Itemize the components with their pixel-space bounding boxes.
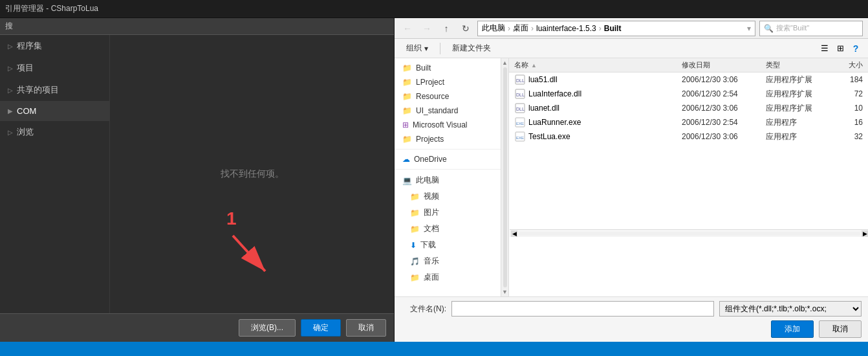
svg-text:DLL: DLL <box>516 78 525 83</box>
back-button[interactable]: ← <box>400 21 415 36</box>
tree-label-ms-visual: Microsoft Visual <box>413 120 467 129</box>
refresh-button[interactable]: ↻ <box>458 21 473 36</box>
toolbar-separator <box>440 43 440 54</box>
file-row-testlua[interactable]: EXE TestLua.exe 2006/12/30 3:06 应用程序 32 <box>509 129 868 144</box>
sidebar-item-shared[interactable]: ▷ 共享的项目 <box>0 79 109 101</box>
file-type-testlua: 应用程序 <box>766 131 824 142</box>
file-type-luanet: 应用程序扩展 <box>766 103 824 114</box>
search-box: 🔍 搜索"Built" <box>759 21 863 36</box>
reference-manager-panel: 搜 ▷ 程序集 ▷ 项目 ▷ 共享的项目 <box>0 18 395 342</box>
file-row-luarunner[interactable]: EXE LuaRunner.exe 2006/12/30 2:54 应用程序 1… <box>509 115 868 129</box>
view-btn-2[interactable]: ⊞ <box>833 41 847 56</box>
tree-item-ms-visual[interactable]: ⊞ Microsoft Visual <box>395 118 501 132</box>
forward-button[interactable]: → <box>419 21 435 36</box>
tree-item-video[interactable]: 📁 视频 <box>395 188 501 205</box>
tree-item-lproject[interactable]: 📁 LProject <box>395 75 501 89</box>
cancel-button-dialog[interactable]: 取消 <box>819 320 862 338</box>
sidebar-item-com[interactable]: ▶ COM <box>0 101 109 121</box>
browse-button[interactable]: 浏览(B)... <box>239 319 296 337</box>
tree-item-this-pc[interactable]: 💻 此电脑 <box>395 172 501 188</box>
new-folder-button[interactable]: 新建文件夹 <box>446 41 497 55</box>
filetype-select[interactable]: 组件文件(*.dll;*.tlb;*.olb;*.ocx; <box>719 301 862 317</box>
file-size-luanet: 10 <box>824 104 863 113</box>
tree-item-music[interactable]: 🎵 音乐 <box>395 253 501 269</box>
file-date-testlua: 2006/12/30 3:06 <box>682 132 766 141</box>
up-button[interactable]: ↑ <box>439 21 454 36</box>
expand-icon-projects: ▷ <box>8 65 13 72</box>
left-bottom-bar: 浏览(B)... 确定 取消 <box>0 313 394 342</box>
tree-label-lproject: LProject <box>416 78 444 87</box>
col-header-name[interactable]: 名称 ▲ <box>514 60 682 70</box>
file-icon-luanet: DLL <box>514 102 526 114</box>
help-button[interactable]: ? <box>849 41 863 56</box>
col-header-type[interactable]: 类型 <box>766 60 824 70</box>
file-size-testlua: 32 <box>824 132 863 141</box>
tree-item-built[interactable]: 📁 Built <box>395 61 501 75</box>
file-row-luanet[interactable]: DLL luanet.dll 2006/12/30 3:06 应用程序扩展 10 <box>509 101 868 115</box>
sidebar-nav: ▷ 程序集 ▷ 项目 ▷ 共享的项目 ▶ COM <box>0 35 110 313</box>
file-icon-testlua: EXE <box>514 131 526 142</box>
sidebar-label-browse: 浏览 <box>17 126 34 138</box>
ok-button[interactable]: 确定 <box>301 319 341 337</box>
cancel-button-left[interactable]: 取消 <box>346 319 386 337</box>
col-header-date[interactable]: 修改日期 <box>682 60 766 70</box>
sort-arrow-name: ▲ <box>531 62 537 69</box>
tree-divider-2 <box>395 169 501 170</box>
expand-icon-assemblies: ▷ <box>8 43 13 50</box>
tree-item-onedrive[interactable]: ☁ OneDrive <box>395 152 501 166</box>
h-scrollbar[interactable]: ◀ ▶ <box>510 229 868 237</box>
tree-folder-icon-video: 📁 <box>410 192 420 201</box>
breadcrumb-desktop: 桌面 <box>513 23 528 34</box>
tree-item-downloads[interactable]: ⬇ 下载 <box>395 237 501 253</box>
file-date-luainterface: 2006/12/30 2:54 <box>682 89 766 98</box>
add-button[interactable]: 添加 <box>771 320 814 338</box>
tree-item-projects[interactable]: 📁 Projects <box>395 132 501 146</box>
file-dialog: ← → ↑ ↻ 此电脑 › 桌面 › luainterface-1.5.3 › … <box>395 18 868 342</box>
view-icons: ☰ ⊞ ? <box>818 41 863 56</box>
tree-folder-icon-built: 📁 <box>402 63 412 72</box>
tree-folder-icon-desktop: 📁 <box>410 273 420 282</box>
breadcrumb-bar[interactable]: 此电脑 › 桌面 › luainterface-1.5.3 › Built ▾ <box>477 21 755 36</box>
file-list-wrapper: 📁 Built 📁 LProject 📁 Resource 📁 UI_stand… <box>395 58 868 296</box>
tree-item-resource[interactable]: 📁 Resource <box>395 89 501 104</box>
organize-button[interactable]: 组织 ▾ <box>400 41 435 55</box>
nav-tree: 📁 Built 📁 LProject 📁 Resource 📁 UI_stand… <box>395 58 501 296</box>
search-placeholder: 搜索"Built" <box>776 23 809 33</box>
breadcrumb-dropdown[interactable]: ▾ <box>747 24 751 33</box>
nav-scrollbar[interactable]: ▲ ▼ <box>501 58 509 296</box>
sidebar-label-com: COM <box>17 106 36 116</box>
filename-input[interactable] <box>451 301 714 317</box>
tree-item-ui-standard[interactable]: 📁 UI_standard <box>395 104 501 118</box>
organize-chevron: ▾ <box>424 44 428 53</box>
expand-icon-browse: ▷ <box>8 129 13 136</box>
svg-text:EXE: EXE <box>516 136 524 140</box>
new-folder-label: 新建文件夹 <box>452 43 491 54</box>
left-header-text: 搜 <box>5 21 13 32</box>
sidebar-item-assemblies[interactable]: ▷ 程序集 <box>0 35 109 57</box>
tree-folder-icon-pictures: 📁 <box>410 208 420 217</box>
dialog-titlebar: ← → ↑ ↻ 此电脑 › 桌面 › luainterface-1.5.3 › … <box>395 18 868 39</box>
tree-item-desktop[interactable]: 📁 桌面 <box>395 269 501 285</box>
sidebar-item-projects[interactable]: ▷ 项目 <box>0 57 109 79</box>
breadcrumb-pc: 此电脑 <box>482 23 505 34</box>
file-icon-lua51: DLL <box>514 74 526 85</box>
tree-folder-icon-ui: 📁 <box>402 106 412 115</box>
tree-item-docs[interactable]: 📁 文档 <box>395 221 501 237</box>
file-type-lua51: 应用程序扩展 <box>766 74 824 85</box>
file-size-luainterface: 72 <box>824 89 863 98</box>
col-header-size[interactable]: 大小 <box>824 60 863 70</box>
dialog-toolbar: 组织 ▾ 新建文件夹 ☰ ⊞ ? <box>395 39 868 58</box>
organize-label: 组织 <box>406 43 422 54</box>
file-row-luainterface[interactable]: DLL LuaInterface.dll 2006/12/30 2:54 应用程… <box>509 87 868 101</box>
file-row-lua51[interactable]: DLL lua51.dll 2006/12/30 3:06 应用程序扩展 184 <box>509 72 868 87</box>
tree-label-projects: Projects <box>416 135 444 144</box>
annotation-1: 1 <box>226 208 237 229</box>
col-name-label: 名称 <box>514 60 528 70</box>
svg-text:DLL: DLL <box>516 93 525 97</box>
tree-item-pictures[interactable]: 📁 图片 <box>395 205 501 221</box>
view-btn-1[interactable]: ☰ <box>818 41 832 56</box>
expand-icon-shared: ▷ <box>8 87 13 94</box>
tree-label-downloads: 下载 <box>420 239 436 250</box>
sidebar-item-browse[interactable]: ▷ 浏览 <box>0 121 109 143</box>
tree-icon-music: 🎵 <box>410 257 420 266</box>
